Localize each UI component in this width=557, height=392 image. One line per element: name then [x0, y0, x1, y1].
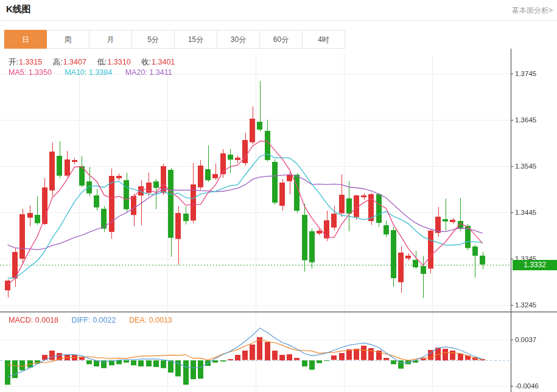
ma-legend: MA5: 1.3350 MA10: 1.3384 MA20: 1.3411 [9, 68, 183, 77]
chart-area: 开:1.3315 高:1.3407 低:1.3310 收:1.3401 MA5:… [0, 49, 557, 392]
ohlc-legend: 开:1.3315 高:1.3407 低:1.3310 收:1.3401 [9, 57, 183, 68]
ohlc-close-label: 收: [141, 58, 151, 66]
ohlc-low-value: 1.3310 [107, 58, 130, 66]
tab-30min[interactable]: 30分 [217, 30, 260, 49]
period-tabs: 日 周 月 5分 15分 30分 60分 4时 [4, 30, 345, 49]
tab-15min[interactable]: 15分 [175, 30, 217, 49]
tab-4hour[interactable]: 4时 [303, 30, 345, 49]
ma5-legend: MA5: 1.3350 [9, 68, 52, 77]
macd-value-legend: MACD: 0.0018 [9, 316, 58, 324]
diff-value-legend: DIFF: 0.0022 [71, 316, 116, 324]
dea-value-legend: DEA: 0.0013 [129, 316, 172, 324]
kline-chart-canvas[interactable] [0, 49, 557, 392]
ohlc-low-label: 低: [97, 58, 107, 66]
ohlc-high-value: 1.3407 [63, 58, 86, 66]
ohlc-open-value: 1.3315 [19, 58, 42, 66]
ohlc-open-label: 开: [9, 58, 18, 66]
ma10-legend: MA10: 1.3384 [65, 68, 112, 77]
ohlc-high-label: 高: [53, 58, 63, 66]
tab-5min[interactable]: 5分 [132, 30, 175, 49]
ma20-legend: MA20: 1.3411 [125, 68, 172, 77]
tab-day[interactable]: 日 [4, 30, 47, 49]
macd-legend: MACD: 0.0018 DIFF: 0.0022 DEA: 0.0013 [9, 316, 183, 324]
fundamental-analysis-link[interactable]: 基本面分析> [512, 5, 553, 16]
page-title: K线图 [6, 4, 31, 15]
ohlc-close-value: 1.3401 [152, 58, 175, 66]
tab-week[interactable]: 周 [47, 30, 89, 49]
tab-month[interactable]: 月 [89, 30, 132, 49]
header: K线图 基本面分析> [0, 0, 557, 21]
tab-60min[interactable]: 60分 [260, 30, 303, 49]
current-price-badge: 1.3332 [513, 260, 557, 270]
